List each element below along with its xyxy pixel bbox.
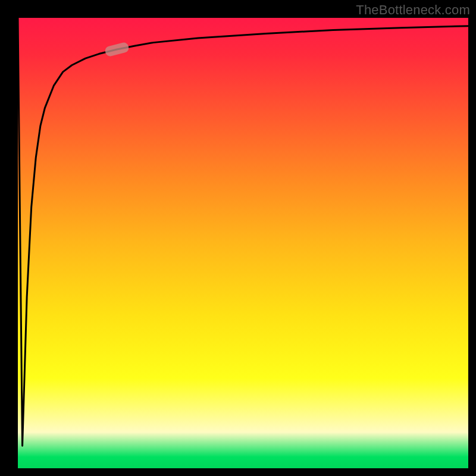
bottleneck-curve (18, 18, 468, 446)
svg-rect-0 (104, 42, 130, 57)
watermark-text: TheBottleneck.com (356, 2, 470, 18)
curve-marker (104, 42, 130, 57)
chart-frame: TheBottleneck.com (0, 0, 476, 476)
plot-area (18, 18, 468, 468)
chart-svg (18, 18, 468, 468)
